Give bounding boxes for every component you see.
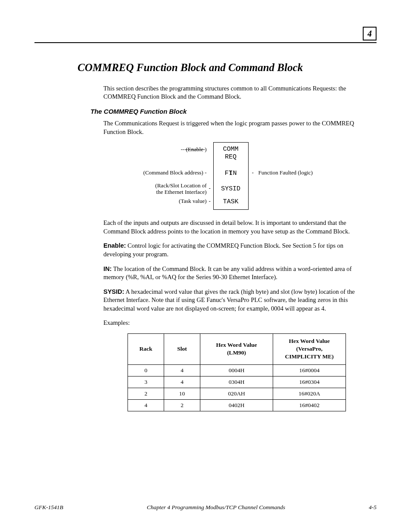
in-paragraph: IN: The location of the Command Block. I… [103,265,370,282]
enable-text: Control logic for activating the COMMREQ… [103,242,343,258]
chapter-badge: 4 [363,27,377,40]
box-req: REQ [214,153,248,162]
cell-slot: 2 [164,400,200,411]
diag-task-label: (Task value) [179,197,206,205]
cell-vp: 16#0304 [273,376,346,388]
diag-task-dash: - [209,197,211,205]
examples-table: Rack Slot Hex Word Value (LM90) Hex Word… [128,333,346,412]
cell-slot: 4 [164,376,200,388]
diag-cmdblock-label: (Command Block address) - [143,169,207,177]
enable-label: Enable: [103,242,126,249]
in-label: IN: [103,265,112,272]
enable-paragraph: Enable: Control logic for activating the… [103,242,370,258]
cell-lm90: 0004H [200,364,273,376]
th-vp: Hex Word Value (VersaPro, CIMPLICITY ME) [273,333,346,364]
cell-rack: 2 [128,388,164,399]
box-ft: FT [212,169,246,178]
diag-ft-dash: - [252,169,254,177]
function-block-diagram: (Enable ) ------------- (Command Block a… [138,142,336,211]
cell-lm90: 0304H [200,376,273,388]
section-title: COMMREQ Function Block and Command Block [78,60,377,75]
sysid-text: A hexadecimal word value that gives the … [103,288,355,312]
th-lm90: Hex Word Value (LM90) [200,333,273,364]
cell-slot: 4 [164,364,200,376]
th-rack: Rack [128,333,164,364]
cell-rack: 4 [128,400,164,411]
horizontal-rule [34,42,377,43]
cell-rack: 0 [128,364,164,376]
cell-rack: 3 [128,376,164,388]
sub-intro-paragraph: The Communications Request is triggered … [103,119,370,136]
cell-vp: 16#0004 [273,364,346,376]
function-block-box: COMM REQ IN FT SYSID TASK [213,142,249,210]
table-row: 2 10 020AH 16#020A [128,388,346,399]
diag-ft-label: Function Faulted (logic) [258,169,313,177]
diag-rackslot-label-2: the Ethernet Interface) [156,188,207,196]
sysid-label: SYSID: [103,288,124,295]
sysid-paragraph: SYSID: A hexadecimal word value that giv… [103,288,370,313]
diag-rackslot-dash: - [209,184,211,192]
table-row: 4 2 0402H 16#0402 [128,400,346,411]
table-header-row: Rack Slot Hex Word Value (LM90) Hex Word… [128,333,346,364]
cell-slot: 10 [164,388,200,399]
footer-left: GFK-1541B [34,504,63,511]
table-row: 0 4 0004H 16#0004 [128,364,346,376]
footer-right: 4-5 [369,504,377,511]
box-task: TASK [214,198,248,206]
page-footer: GFK-1541B Chapter 4 Programming Modbus/T… [34,504,377,511]
cell-lm90: 020AH [200,388,273,399]
footer-mid: Chapter 4 Programming Modbus/TCP Channel… [147,504,285,511]
diag-enable-dash: ------------- [181,146,205,153]
box-sysid: SYSID [214,185,248,193]
cell-vp: 16#020A [273,388,346,399]
examples-label: Examples: [103,319,370,327]
th-slot: Slot [164,333,200,364]
cell-lm90: 0402H [200,400,273,411]
in-text: The location of the Command Block. It ca… [103,265,352,281]
after-diagram-paragraph: Each of the inputs and outputs are discu… [103,219,370,236]
cell-vp: 16#0402 [273,400,346,411]
intro-paragraph: This section describes the programming s… [103,84,370,101]
table-row: 3 4 0304H 16#0304 [128,376,346,388]
subsection-heading: The COMMREQ Function Block [90,107,377,116]
